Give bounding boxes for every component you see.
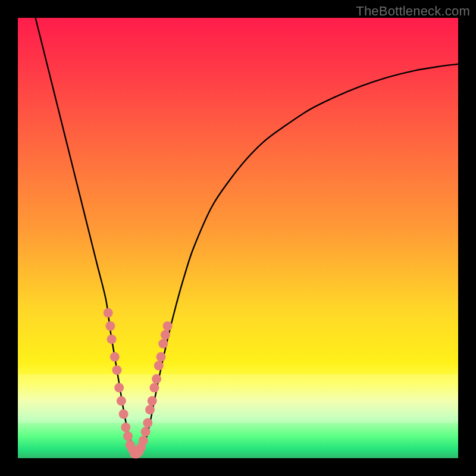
curve-marker <box>104 308 113 318</box>
curve-marker <box>149 383 159 393</box>
bottleneck-curve <box>36 18 458 454</box>
curve-layer <box>18 18 458 458</box>
curve-markers <box>104 308 173 459</box>
curve-marker <box>132 449 142 459</box>
chart-frame: TheBottleneck.com <box>0 0 476 476</box>
curve-marker <box>114 383 124 393</box>
curve-marker <box>105 321 115 331</box>
curve-marker <box>130 449 139 459</box>
curve-marker <box>152 374 161 384</box>
curve-marker <box>161 330 170 340</box>
curve-marker <box>148 396 157 406</box>
curve-marker <box>110 352 120 362</box>
curve-marker <box>127 444 137 454</box>
curve-marker <box>145 405 155 415</box>
plot-area <box>18 18 458 458</box>
curve-marker <box>158 339 168 349</box>
curve-marker <box>117 396 126 406</box>
curve-marker <box>112 365 122 375</box>
curve-marker <box>139 436 148 445</box>
curve-marker <box>156 352 166 362</box>
curve-marker <box>121 422 130 432</box>
curve-marker <box>107 334 117 344</box>
curve-marker <box>123 431 133 441</box>
curve-marker <box>136 443 146 452</box>
watermark-text: TheBottleneck.com <box>356 4 470 19</box>
pale-band <box>18 374 458 422</box>
curve-marker <box>126 440 135 450</box>
curve-marker <box>143 418 152 428</box>
curve-marker <box>141 427 151 437</box>
curve-marker <box>119 409 129 419</box>
curve-marker <box>134 447 144 456</box>
curve-marker <box>154 361 164 371</box>
curve-marker <box>163 321 173 331</box>
